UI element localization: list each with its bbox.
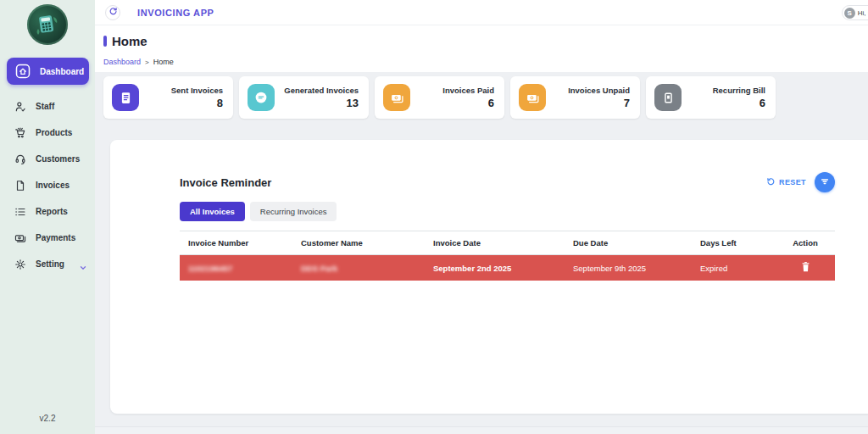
stat-value: 8 bbox=[139, 97, 223, 109]
page-title: Home bbox=[103, 34, 147, 48]
cell-invoice-number: 1102196457 bbox=[180, 255, 292, 281]
title-accent-bar bbox=[103, 36, 107, 47]
user-menu[interactable]: S Hi, S bbox=[842, 5, 868, 20]
cell-customer-name: DDS Park bbox=[292, 255, 425, 281]
delete-button[interactable] bbox=[801, 261, 810, 275]
cell-invoice-date: September 2nd 2025 bbox=[425, 255, 565, 281]
filter-button[interactable] bbox=[815, 172, 835, 192]
column-header: Invoice Date bbox=[425, 231, 565, 255]
cell-due-date: September 9th 2025 bbox=[565, 255, 692, 281]
reset-button[interactable]: RESET bbox=[766, 177, 806, 188]
footer-divider bbox=[95, 426, 868, 434]
trash-icon bbox=[801, 261, 810, 275]
stat-value: 6 bbox=[682, 97, 765, 109]
invoice-reminder-table: Invoice Number Customer Name Invoice Dat… bbox=[180, 231, 835, 281]
user-greeting: Hi, S bbox=[858, 9, 868, 17]
sidebar-item-customers[interactable]: Customers bbox=[0, 146, 95, 172]
stat-card-recurring-bill: Recurring Bill 6 bbox=[646, 76, 776, 119]
topbar: INVOICING APP S Hi, S bbox=[95, 0, 868, 25]
staff-icon bbox=[14, 101, 26, 113]
stat-card-generated-invoices: Generated Invoices 13 bbox=[239, 76, 369, 119]
stat-value: 7 bbox=[546, 97, 630, 109]
app-version: v2.2 bbox=[0, 414, 95, 423]
sidebar-item-label: Staff bbox=[36, 102, 54, 111]
column-header: Action bbox=[776, 231, 835, 255]
stat-label: Sent Invoices bbox=[139, 86, 223, 95]
reset-label: RESET bbox=[779, 178, 806, 186]
avatar: S bbox=[844, 8, 855, 19]
sidebar: Dashboard Staff Products bbox=[0, 0, 95, 434]
report-list-icon bbox=[14, 206, 26, 218]
panel-actions: RESET bbox=[766, 172, 835, 192]
invoices-unpaid-icon bbox=[519, 84, 546, 111]
gear-icon bbox=[14, 259, 26, 270]
table-row[interactable]: 1102196457 DDS Park September 2nd 2025 S… bbox=[180, 255, 835, 281]
app-screen: Dashboard Staff Products bbox=[0, 0, 868, 434]
invoice-reminder-panel: Invoice Reminder RESET bbox=[110, 140, 868, 414]
tab-all-invoices[interactable]: All Invoices bbox=[180, 202, 245, 221]
generated-invoice-icon bbox=[248, 84, 275, 111]
home-icon bbox=[15, 64, 31, 79]
document-icon bbox=[14, 180, 26, 192]
stat-value: 13 bbox=[275, 97, 359, 109]
sidebar-nav: Dashboard Staff Products bbox=[0, 58, 95, 277]
sidebar-item-staff[interactable]: Staff bbox=[0, 93, 95, 120]
column-header: Invoice Number bbox=[180, 231, 292, 255]
stat-label: Recurring Bill bbox=[682, 86, 765, 95]
stat-card-sent-invoices: Sent Invoices 8 bbox=[103, 76, 233, 119]
sidebar-item-invoices[interactable]: Invoices bbox=[0, 172, 95, 198]
sidebar-item-label: Products bbox=[36, 128, 72, 137]
sidebar-item-dashboard[interactable]: Dashboard bbox=[7, 58, 89, 85]
sent-invoice-icon bbox=[112, 84, 139, 111]
content-area: Sent Invoices 8 Generated Invoices 13 bbox=[95, 72, 868, 434]
sidebar-item-setting[interactable]: Setting bbox=[0, 251, 95, 277]
sidebar-item-label: Customers bbox=[36, 154, 80, 164]
sidebar-item-reports[interactable]: Reports bbox=[0, 198, 95, 225]
sidebar-item-label: Setting bbox=[36, 259, 64, 269]
sidebar-item-label: Dashboard bbox=[40, 67, 84, 76]
table-header-row: Invoice Number Customer Name Invoice Dat… bbox=[180, 231, 835, 255]
sidebar-item-label: Reports bbox=[36, 207, 68, 216]
sidebar-item-label: Payments bbox=[36, 233, 75, 242]
sidebar-item-payments[interactable]: Payments bbox=[0, 225, 95, 251]
breadcrumb-separator: > bbox=[145, 58, 149, 66]
recurring-bill-icon bbox=[654, 84, 682, 111]
app-logo bbox=[27, 4, 68, 45]
breadcrumb-current: Home bbox=[153, 58, 174, 66]
stat-card-invoices-unpaid: Invoices Unpaid 7 bbox=[510, 76, 640, 119]
reset-icon bbox=[766, 177, 776, 188]
column-header: Due Date bbox=[565, 231, 692, 255]
refresh-icon bbox=[108, 6, 118, 19]
stat-label: Generated Invoices bbox=[275, 86, 359, 95]
cell-days-left: Expired bbox=[692, 255, 776, 281]
invoices-paid-icon bbox=[383, 84, 410, 111]
tab-recurring-invoices[interactable]: Recurring Invoices bbox=[250, 202, 337, 221]
stat-value: 6 bbox=[410, 97, 494, 109]
banknote-icon bbox=[14, 232, 26, 244]
filter-icon bbox=[820, 176, 830, 189]
sidebar-item-label: Invoices bbox=[36, 181, 70, 190]
chevron-down-icon bbox=[79, 260, 87, 269]
calculator-logo-icon bbox=[37, 15, 58, 35]
page-title-text: Home bbox=[112, 34, 147, 48]
stat-card-invoices-paid: Invoices Paid 6 bbox=[375, 76, 504, 119]
app-title: INVOICING APP bbox=[137, 8, 214, 18]
breadcrumb: Dashboard > Home bbox=[103, 58, 174, 66]
stats-row: Sent Invoices 8 Generated Invoices 13 bbox=[103, 76, 776, 119]
tabs: All Invoices Recurring Invoices bbox=[180, 202, 835, 221]
sidebar-item-products[interactable]: Products bbox=[0, 120, 95, 146]
breadcrumb-dashboard-link[interactable]: Dashboard bbox=[103, 58, 141, 66]
column-header: Days Left bbox=[692, 231, 776, 255]
refresh-button[interactable] bbox=[105, 5, 120, 20]
column-header: Customer Name bbox=[292, 231, 425, 255]
page-head: Home Dashboard > Home bbox=[95, 25, 868, 72]
cart-icon bbox=[14, 127, 26, 139]
section-title: Invoice Reminder bbox=[180, 176, 271, 189]
headset-icon bbox=[14, 153, 26, 165]
stat-label: Invoices Paid bbox=[410, 86, 494, 95]
stat-label: Invoices Unpaid bbox=[546, 86, 630, 95]
main-area: INVOICING APP S Hi, S Home Dashboard > H… bbox=[95, 0, 868, 434]
